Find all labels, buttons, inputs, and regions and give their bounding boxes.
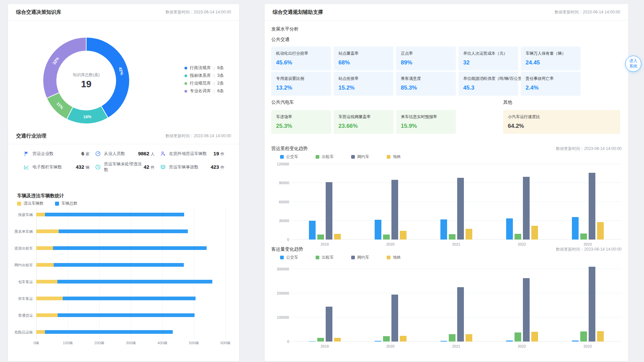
chart-bar[interactable] [572, 217, 579, 240]
stat-unit: 家 [86, 152, 90, 156]
total-bar[interactable] [57, 280, 212, 283]
metric-card[interactable]: 正点率89% [396, 47, 456, 70]
legend-swatch-icon [316, 155, 319, 159]
total-bar[interactable] [54, 263, 184, 267]
legend-item[interactable]: 车辆总数 [55, 201, 77, 206]
total-bar[interactable] [45, 213, 184, 216]
legend-item[interactable]: 指标体系库|3条 [184, 72, 224, 80]
metric-card[interactable]: 单位能源消耗强度（吨/辆/百公里）45.3 [459, 72, 518, 96]
legend-item[interactable]: 行政法规库|8条 [184, 64, 224, 72]
chart-bar[interactable] [383, 235, 390, 240]
metric-card[interactable]: 机动化出行分担率45.6% [271, 47, 331, 70]
total-bar[interactable] [58, 313, 195, 317]
stat-label: 电子围栏车辆数 [33, 164, 62, 170]
chart-bar[interactable] [589, 267, 595, 342]
chart-bar[interactable] [457, 287, 464, 342]
legend-item[interactable]: 地铁 [387, 154, 401, 160]
metric-card[interactable]: 车营运线网覆盖率23.66% [334, 110, 393, 134]
y-axis-tick-label: 90000 [265, 181, 289, 185]
metric-card[interactable]: 站点覆盖率68% [334, 47, 393, 70]
update-time: 数据更新时间：2023-06-14 14:00:00 [555, 9, 620, 15]
chart-bar[interactable] [523, 278, 530, 342]
metric-card[interactable]: 责任事故死亡率2.4% [521, 72, 581, 96]
chart-bar[interactable] [375, 341, 381, 342]
metric-card[interactable]: 来车信息实时预报率15.9% [396, 110, 456, 134]
chart-bar[interactable] [449, 234, 455, 240]
total-bar[interactable] [53, 246, 207, 250]
chart-bar[interactable] [440, 341, 447, 342]
chart-bar[interactable] [506, 218, 513, 240]
chart-bar[interactable] [515, 234, 521, 240]
chart-bar[interactable] [597, 331, 604, 342]
legend-item[interactable]: 网约车 [351, 255, 369, 260]
legend-item[interactable]: 网约车 [351, 154, 369, 160]
metric-card[interactable]: 单位人次运营成本（元）32 [459, 47, 518, 70]
category-label: 网约出租车 [8, 263, 33, 267]
chart-bar[interactable] [515, 332, 521, 342]
legend-item[interactable]: 出租车 [316, 154, 334, 160]
chart-bar[interactable] [400, 336, 407, 342]
legend-item[interactable]: 地铁 [387, 255, 401, 260]
chart-bar[interactable] [589, 173, 595, 240]
chart-bar[interactable] [580, 331, 587, 342]
chart-bar[interactable] [449, 334, 455, 342]
grid-line [68, 208, 68, 339]
metric-card[interactable]: 站点衔接率15.2% [334, 72, 393, 96]
chart-bar[interactable] [383, 336, 390, 342]
metric-label: 单位能源消耗强度（吨/辆/百公里） [463, 76, 515, 82]
chart-bar[interactable] [317, 235, 324, 240]
violation-bar[interactable] [36, 280, 57, 283]
chart-bar[interactable] [391, 295, 398, 342]
stat-unit: 辆 [86, 165, 90, 170]
legend-item[interactable]: 出租车 [316, 255, 334, 260]
chart-bar[interactable] [326, 307, 332, 342]
chart-bar[interactable] [440, 219, 447, 240]
chart-bar[interactable] [391, 180, 398, 240]
chart-bar[interactable] [317, 338, 324, 342]
chart-bar[interactable] [466, 334, 472, 342]
legend-item[interactable]: 专业名词库|6条 [184, 87, 224, 95]
chart-bar[interactable] [457, 178, 464, 240]
total-bar[interactable] [63, 297, 196, 300]
total-bar[interactable] [45, 330, 173, 334]
chart-bar[interactable] [334, 234, 341, 240]
metric-card[interactable]: 车进场率25.3% [271, 110, 331, 134]
donut-center: 知识库总数(条) 19 [53, 72, 120, 90]
metric-card[interactable]: 乘客满意度85.3% [396, 72, 456, 96]
metric-card[interactable]: 小汽车运行速度比64.2% [503, 110, 620, 134]
chart-bar[interactable] [400, 231, 407, 240]
panel-title: 综合交通决策知识库 [16, 9, 61, 15]
legend-item[interactable]: 公交车 [280, 154, 298, 160]
violation-bar[interactable] [36, 330, 45, 334]
chart-bar[interactable] [580, 234, 587, 240]
violation-bar[interactable] [36, 263, 54, 267]
chart-bar[interactable] [309, 221, 316, 240]
chart-bar[interactable] [597, 222, 604, 240]
chart-bar[interactable] [506, 341, 513, 342]
bar-group [358, 164, 423, 240]
chart-bar[interactable] [523, 177, 530, 240]
stat-label: 从业人员数 [104, 151, 125, 157]
violation-bar[interactable] [36, 229, 59, 233]
legend-item[interactable]: 行业规范库|2条 [184, 80, 224, 87]
chart-bar[interactable] [572, 341, 579, 342]
violation-bar[interactable] [36, 313, 58, 317]
chart-bar[interactable] [531, 332, 538, 342]
metric-card[interactable]: 专用道设置比例13.2% [271, 72, 331, 96]
violation-bar[interactable] [36, 297, 63, 300]
chart-bar[interactable] [466, 229, 472, 240]
enter-system-button[interactable]: 进入 系统 [625, 56, 641, 72]
legend-item[interactable]: 违法车辆数 [17, 201, 44, 206]
chart-bar[interactable] [334, 338, 341, 342]
chart-bar[interactable] [326, 182, 332, 240]
violation-bar[interactable] [36, 213, 45, 216]
legend-item[interactable]: 公交车 [280, 255, 298, 260]
metric-card[interactable]: 车辆万人保有量（辆）24.45 [521, 47, 581, 70]
category-label: 包车客运 [8, 280, 33, 284]
chart-bar[interactable] [531, 226, 538, 240]
chart-bar[interactable] [309, 341, 316, 342]
chart-bar[interactable] [375, 220, 381, 240]
public-transport-metrics: 机动化出行分担率45.6%站点覆盖率68%正点率89%单位人次运营成本（元）32… [271, 47, 581, 96]
violation-bar[interactable] [36, 246, 53, 250]
total-bar[interactable] [59, 229, 188, 233]
